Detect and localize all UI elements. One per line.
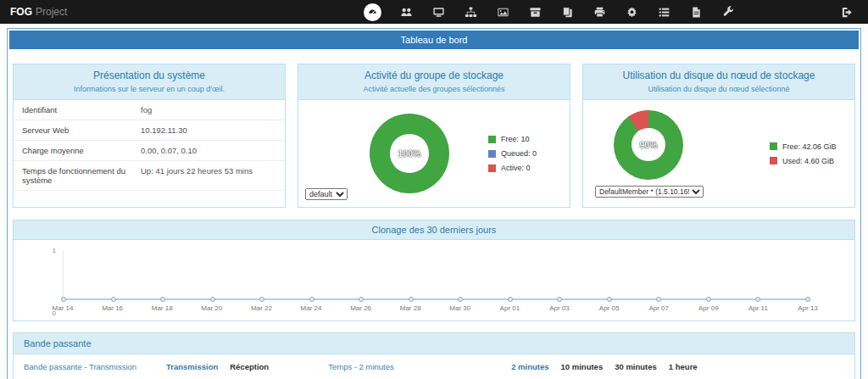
x-tick-label: Mar 28 — [400, 304, 421, 312]
cloning-x-labels: Mar 14Mar 16Mar 18Mar 20Mar 22Mar 24Mar … — [63, 304, 808, 314]
legend-label: Active: 0 — [501, 164, 531, 172]
disk-donut-chart: 90% — [614, 110, 683, 180]
x-tick-label: Mar 20 — [201, 304, 222, 312]
legend-swatch — [488, 150, 496, 158]
storage-group-activity-panel: Activité du groupe de stockage Activité … — [298, 64, 570, 208]
dashboard-page: Tableau de bord Présentation du système … — [7, 28, 861, 379]
panel-subtitle: Activité actuelle des groupes sélectionn… — [303, 85, 565, 93]
x-tick-label: Apr 11 — [748, 304, 768, 312]
time-option-2min[interactable]: 2 minutes — [511, 362, 548, 371]
panel-title: Présentation du système — [19, 70, 280, 81]
time-range-options: 2 minutes 10 minutes 30 minutes 1 heure — [511, 362, 709, 371]
top-panels-row: Présentation du système Informations sur… — [8, 51, 860, 208]
brand-bold: FOG — [10, 6, 32, 18]
cloning-plot — [63, 250, 808, 300]
panel-header: Activité du groupe de stockage Activité … — [298, 64, 570, 100]
data-point — [61, 297, 66, 302]
legend-swatch — [770, 157, 777, 164]
plot-column: Mar 14Mar 16Mar 18Mar 20Mar 22Mar 24Mar … — [63, 250, 808, 314]
row-label: Serveur Web — [22, 125, 134, 135]
printers-icon[interactable] — [593, 5, 607, 20]
panel-subtitle: Utilisation du disque du nœud sélectionn… — [588, 85, 849, 93]
reception-link[interactable]: Réception — [230, 362, 269, 371]
storage-node-select[interactable]: DefaultMember * (1.5.10.1650) — [595, 186, 704, 198]
row-value: Up: 41 jours 22 heures 53 mins — [141, 166, 276, 185]
row-label: Identifiant — [22, 105, 134, 114]
snapins-icon[interactable] — [560, 5, 575, 20]
legend-label: Used: 4.60 GiB — [782, 157, 834, 165]
data-point — [805, 297, 810, 302]
y-tick-label: 1 — [53, 247, 56, 254]
data-point — [259, 297, 264, 302]
row-value: fog — [141, 105, 276, 114]
legend-item[interactable]: Active: 0 — [488, 164, 537, 172]
legend-item[interactable]: Used: 4.60 GiB — [770, 157, 837, 165]
legend-swatch — [770, 142, 777, 150]
dashboard-icon[interactable] — [364, 3, 381, 21]
data-point — [656, 297, 661, 302]
x-tick-label: Apr 01 — [500, 304, 520, 312]
legend-label: Queued: 0 — [501, 149, 537, 158]
x-tick-label: Mar 26 — [350, 304, 371, 312]
panel-header: Utilisation du disque du nœud de stockag… — [583, 64, 854, 100]
x-tick-label: Apr 05 — [599, 304, 620, 312]
bandwidth-series-label: Bande passante - Transmission — [24, 362, 166, 371]
data-point — [557, 297, 562, 302]
x-tick-label: Mar 30 — [449, 304, 470, 312]
legend-label: Free: 10 — [501, 135, 530, 143]
time-option-1h[interactable]: 1 heure — [669, 362, 698, 371]
transmission-link[interactable]: Transmission — [166, 362, 218, 371]
topbar: FOG Project — [0, 0, 868, 24]
sign-out-icon[interactable] — [840, 5, 854, 20]
disk-legend: Free: 42.06 GiB Used: 4.60 GiB — [770, 142, 837, 165]
x-tick-label: Mar 18 — [152, 304, 173, 312]
storage-group-select[interactable]: default — [305, 188, 348, 200]
activity-chart-area: 100% Free: 10 Queued: 0 Active: 0 — [298, 100, 570, 207]
table-row: Serveur Web 10.192.11.30 — [14, 120, 285, 141]
cloning-chart: 1 0 Mar 14Mar 16Mar 18Mar 20Mar 22Mar 24… — [14, 240, 854, 320]
panel-title: Utilisation du disque du nœud de stockag… — [588, 70, 849, 81]
panel-header: Présentation du système Informations sur… — [14, 64, 285, 100]
users-icon[interactable] — [399, 5, 414, 20]
row-label: Charge moyenne — [22, 146, 134, 155]
x-tick-label: Apr 09 — [698, 304, 719, 312]
donut-center-label: 100% — [370, 114, 449, 193]
panel-title: Bande passante — [14, 333, 854, 354]
time-option-10min[interactable]: 10 minutes — [561, 362, 604, 371]
x-tick-label: Apr 13 — [798, 304, 818, 312]
panel-title: Activité du groupe de stockage — [303, 70, 565, 81]
page-title: Tableau de bord — [9, 31, 859, 49]
data-point — [309, 297, 314, 302]
storage-icon[interactable] — [528, 5, 542, 20]
tasks-icon[interactable] — [657, 5, 671, 20]
time-range-label: Temps - 2 minutes — [328, 362, 430, 371]
app-logo[interactable]: FOG Project — [0, 6, 77, 18]
data-point — [508, 297, 513, 302]
services-icon[interactable] — [625, 5, 639, 20]
time-option-30min[interactable]: 30 minutes — [615, 362, 657, 371]
data-point — [111, 297, 116, 302]
table-row: Temps de fonctionnement du système Up: 4… — [14, 161, 285, 191]
bandwidth-panel: Bande passante Bande passante - Transmis… — [13, 332, 855, 379]
row-label: Temps de fonctionnement du système — [22, 166, 134, 185]
x-tick-label: Mar 16 — [102, 304, 123, 312]
row-value: 10.192.11.30 — [141, 125, 276, 135]
row-value: 0.00, 0.07, 0.10 — [141, 146, 276, 155]
legend-item[interactable]: Queued: 0 — [488, 149, 537, 158]
system-info-table: Identifiant fog Serveur Web 10.192.11.30… — [14, 100, 285, 199]
data-point — [755, 297, 760, 302]
cloning-history-panel: Clonage des 30 derniers jours 1 0 Mar 14… — [13, 220, 855, 321]
legend-item[interactable]: Free: 10 — [488, 135, 537, 143]
cloning-chart-grid: 1 0 Mar 14Mar 16Mar 18Mar 20Mar 22Mar 24… — [24, 250, 808, 314]
main-nav — [77, 3, 832, 21]
legend-item[interactable]: Free: 42.06 GiB — [770, 142, 837, 151]
hosts-icon[interactable] — [431, 5, 446, 20]
images-icon[interactable] — [496, 5, 510, 20]
reports-icon[interactable] — [689, 5, 704, 20]
legend-label: Free: 42.06 GiB — [782, 142, 837, 151]
groups-icon[interactable] — [464, 5, 478, 20]
data-point — [607, 297, 612, 302]
configuration-icon[interactable] — [721, 5, 736, 20]
data-point — [706, 297, 711, 302]
x-tick-label: Mar 14 — [53, 304, 74, 312]
